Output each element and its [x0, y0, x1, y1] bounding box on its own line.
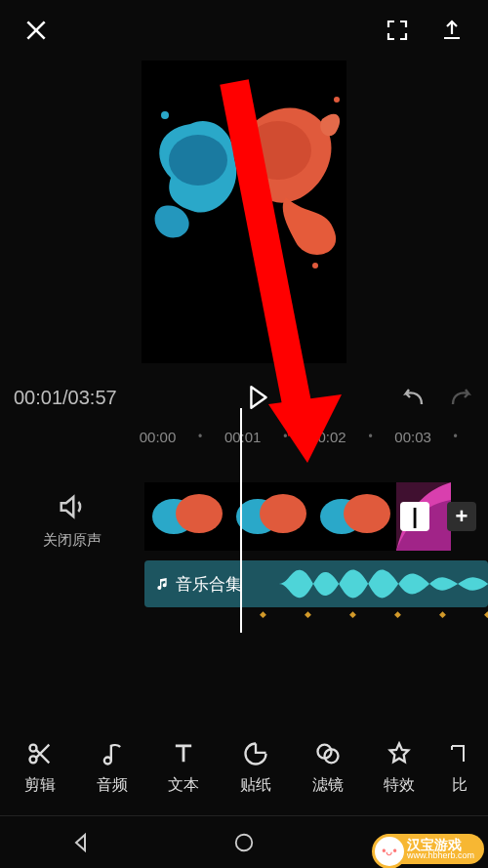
svg-point-11	[260, 494, 306, 533]
beat-markers: ◆◆◆◆◆◆	[144, 609, 488, 621]
ruler-tick: 00:03	[373, 429, 454, 445]
play-button[interactable]	[246, 385, 271, 410]
timeline-area[interactable]: 关闭原声 | + 音乐合集 ◆◆◆◆◆◆	[0, 453, 488, 707]
scissors-icon	[26, 740, 54, 767]
video-clip-thumb[interactable]	[144, 482, 228, 551]
close-icon[interactable]	[23, 18, 49, 43]
watermark-title: 汉宝游戏	[407, 838, 462, 851]
audio-waveform	[252, 560, 488, 607]
split-clip-button[interactable]: |	[400, 502, 429, 531]
svg-point-5	[312, 263, 318, 269]
tool-audio[interactable]: 音频	[81, 740, 143, 796]
video-clip-thumb[interactable]	[312, 482, 396, 551]
svg-point-3	[161, 111, 169, 119]
bottom-toolbar: 剪辑 音频 文本 贴纸 滤镜 特效 比	[0, 730, 488, 806]
audio-clip-label: 音乐合集	[144, 573, 252, 596]
watermark-url: www.hbherb.com	[407, 851, 474, 860]
svg-point-4	[334, 97, 340, 103]
watermark-face-icon: •ᴗ•	[372, 834, 407, 868]
export-icon[interactable]	[439, 18, 465, 43]
timeline-ruler[interactable]: 00:00 • 00:01 • 00:02 • 00:03 •	[0, 420, 488, 453]
video-track[interactable]	[144, 482, 488, 551]
mute-original-sound[interactable]: 关闭原声	[0, 492, 144, 550]
svg-point-1	[169, 135, 227, 186]
redo-button[interactable]	[449, 385, 474, 410]
video-preview[interactable]	[142, 61, 346, 363]
undo-redo-group	[400, 385, 474, 410]
svg-point-2	[245, 121, 311, 180]
crop-icon	[448, 740, 471, 767]
tool-sticker[interactable]: 贴纸	[224, 740, 287, 796]
star-icon	[386, 740, 413, 767]
tool-effect[interactable]: 特效	[368, 740, 430, 796]
filter-icon	[314, 740, 342, 767]
add-clip-button[interactable]: +	[447, 502, 476, 531]
tool-edit[interactable]: 剪辑	[9, 740, 71, 796]
splash-image	[142, 61, 346, 363]
svg-point-14	[344, 494, 390, 533]
mute-label: 关闭原声	[0, 531, 144, 550]
ruler-tick: 00:00	[117, 429, 198, 445]
text-icon	[170, 740, 197, 767]
undo-button[interactable]	[400, 385, 426, 410]
play-bar: 00:01/03:57	[0, 375, 488, 420]
playhead[interactable]	[240, 408, 242, 633]
tool-text[interactable]: 文本	[152, 740, 215, 796]
svg-point-21	[236, 834, 253, 850]
music-icon	[99, 740, 126, 767]
watermark-badge: •ᴗ• 汉宝游戏 www.hbherb.com	[376, 834, 484, 864]
ruler-tick: 00:01	[202, 429, 283, 445]
music-note-icon	[154, 576, 170, 592]
android-home-button[interactable]	[231, 830, 257, 855]
ruler-tick: 00:02	[287, 429, 368, 445]
android-back-button[interactable]	[68, 830, 94, 855]
fullscreen-icon[interactable]	[385, 18, 410, 43]
time-display: 00:01/03:57	[14, 387, 117, 409]
ruler-dot: •	[454, 430, 458, 443]
header-bar	[0, 0, 488, 61]
tool-filter[interactable]: 滤镜	[297, 740, 359, 796]
speaker-icon	[58, 492, 87, 521]
preview-area	[0, 61, 488, 375]
svg-point-8	[176, 494, 223, 533]
sticker-icon	[242, 740, 269, 767]
tool-ratio[interactable]: 比	[440, 740, 479, 796]
audio-track[interactable]: 音乐合集	[144, 560, 488, 607]
header-right	[385, 18, 465, 43]
